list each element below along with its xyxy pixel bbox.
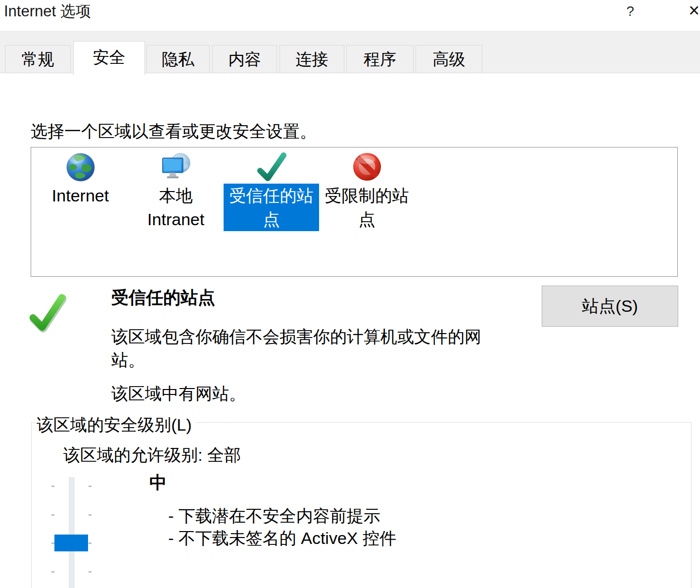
- security-level-group-label: 该区域的安全级别(L): [36, 414, 196, 437]
- tab-general[interactable]: 常规: [5, 45, 71, 73]
- selected-zone-status: 该区域中有网站。: [111, 383, 246, 405]
- close-icon[interactable]: ×: [689, 0, 700, 21]
- trusted-zone-check-icon: [28, 292, 66, 334]
- tab-content[interactable]: 内容: [212, 45, 277, 73]
- security-level-slider-track[interactable]: [69, 477, 75, 588]
- level-descriptions: - 下载潜在不安全内容前提示 - 不下载未签名的 ActiveX 控件: [168, 505, 396, 549]
- slider-tick: [89, 542, 92, 544]
- slider-tick: [89, 486, 92, 487]
- sites-button[interactable]: 站点(S): [542, 286, 678, 327]
- trusted-sites-check-icon: [256, 151, 287, 183]
- tab-advanced[interactable]: 高级: [416, 45, 482, 73]
- zone-item-restricted-sites[interactable]: 受限制的站 点: [319, 151, 415, 231]
- internet-globe-icon: [65, 151, 96, 183]
- help-icon[interactable]: ?: [621, 1, 639, 21]
- zone-item-internet[interactable]: Internet: [33, 151, 128, 207]
- selected-zone-title: 受信任的站点: [111, 286, 215, 309]
- selected-zone-description: 该区域包含你确信不会损害你的计算机或文件的网站。: [111, 325, 492, 372]
- zone-label: 本地 Intranet: [128, 184, 224, 231]
- zone-instruction-text: 选择一个区域以查看或更改安全设置。: [31, 120, 317, 143]
- slider-tick: [89, 514, 92, 516]
- allowed-levels-text: 该区域的允许级别: 全部: [63, 444, 241, 467]
- slider-tick: [89, 571, 92, 573]
- tab-strip: 常规 安全 隐私 内容 连接 程序 高级: [0, 31, 700, 73]
- zone-item-trusted-sites[interactable]: 受信任的站 点: [224, 151, 319, 231]
- window-title: Internet 选项: [4, 1, 91, 22]
- tab-security[interactable]: 安全: [73, 41, 145, 75]
- slider-tick: [51, 486, 54, 487]
- zone-label: Internet: [33, 184, 128, 207]
- title-bar: Internet 选项 ? ×: [0, 0, 700, 31]
- current-level-label: 中: [149, 471, 167, 494]
- security-level-slider-thumb[interactable]: [54, 535, 88, 551]
- zone-item-local-intranet[interactable]: 本地 Intranet: [128, 151, 224, 231]
- tab-connections[interactable]: 连接: [280, 45, 344, 73]
- slider-tick: [51, 571, 54, 573]
- local-intranet-icon: [161, 151, 191, 183]
- zone-label: 受限制的站 点: [319, 184, 415, 231]
- restricted-sites-icon: [352, 151, 382, 183]
- zone-list: Internet: [31, 147, 678, 277]
- slider-tick: [51, 514, 54, 516]
- tab-privacy[interactable]: 隐私: [146, 45, 210, 73]
- level-description-line: - 不下载未签名的 ActiveX 控件: [168, 527, 396, 549]
- level-description-line: - 下载潜在不安全内容前提示: [168, 505, 396, 527]
- internet-options-dialog: Internet 选项 ? × 常规 安全 隐私 内容 连接 程序 高级 选择一…: [0, 0, 700, 588]
- zone-label: 受信任的站 点: [224, 184, 319, 231]
- tab-programs[interactable]: 程序: [346, 45, 414, 73]
